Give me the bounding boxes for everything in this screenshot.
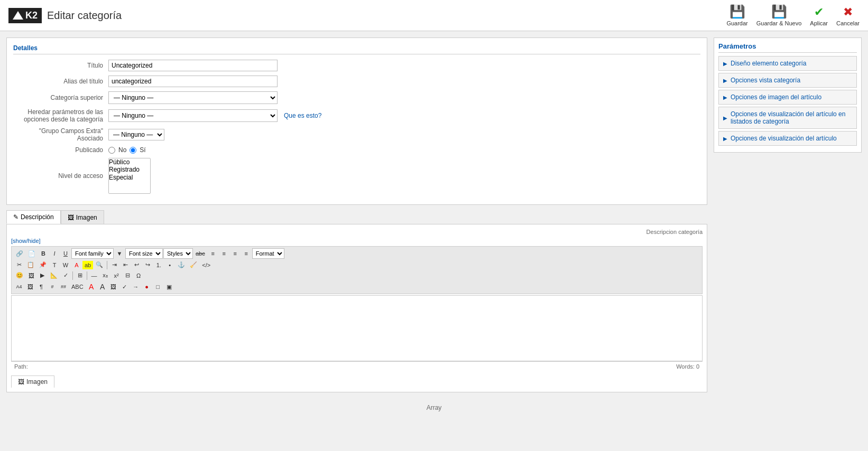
- tb-table-btn[interactable]: ⊞: [75, 271, 85, 280]
- tb-paste-btn[interactable]: 📌: [37, 260, 49, 269]
- nivel-acceso-listbox[interactable]: Público Registrado Especial: [108, 158, 151, 194]
- tb-check2-btn[interactable]: ✓: [119, 283, 130, 292]
- tb-bold-btn[interactable]: B: [38, 249, 49, 258]
- tb-italic-btn[interactable]: I: [49, 249, 60, 258]
- tb-arrow-btn[interactable]: →: [131, 283, 141, 291]
- tab-descripcion[interactable]: ✎ Descripción: [6, 210, 61, 224]
- tb-color2-btn[interactable]: ●: [142, 283, 152, 291]
- path-label: Path:: [14, 363, 28, 370]
- save-button[interactable]: 💾 Guardar: [726, 4, 747, 26]
- tb-highlight-btn[interactable]: ab: [82, 261, 93, 269]
- titulo-input[interactable]: [108, 60, 278, 71]
- tb-paste-word-btn[interactable]: W: [60, 261, 71, 269]
- styles-select[interactable]: Styles: [163, 248, 193, 259]
- tb-img-btn[interactable]: 🖼: [26, 271, 36, 280]
- tb-image3-btn[interactable]: 🖼: [108, 283, 119, 291]
- tb-spell2-btn[interactable]: ABC: [69, 283, 86, 291]
- cancel-button[interactable]: ✖ Cancelar: [836, 5, 860, 26]
- tab-imagen[interactable]: 🖼 Imagen: [61, 210, 104, 224]
- tb-paste-text-btn[interactable]: T: [49, 261, 60, 269]
- heredar-row: Heredar parámetros de las opciones desde…: [13, 108, 700, 123]
- tb-unordered-list-btn[interactable]: •: [164, 261, 175, 269]
- font-family-select[interactable]: Font family: [71, 248, 114, 259]
- tb-para-btn[interactable]: ¶: [36, 283, 47, 291]
- save-new-icon: 💾: [771, 4, 787, 19]
- tb-fontA2-btn[interactable]: A: [97, 281, 108, 292]
- tb-box2-btn[interactable]: ▣: [164, 283, 174, 292]
- param-item[interactable]: ▶Opciones de imagen del artículo: [718, 90, 857, 105]
- publicado-si-radio[interactable]: [130, 147, 136, 154]
- tb-sub-btn[interactable]: x₂: [100, 271, 110, 280]
- param-item[interactable]: ▶Opciones de visualización del artículo …: [718, 107, 857, 129]
- categoria-superior-label: Categoría superior: [13, 94, 108, 101]
- detalles-panel: Detalles Título Alias del título Categor…: [6, 37, 707, 205]
- editor-header: Descripcion categoría: [11, 229, 703, 235]
- tb-align-right-btn[interactable]: ≡: [230, 249, 241, 258]
- params-items: ▶Diseño elemento categoría▶Opciones vist…: [718, 56, 857, 146]
- tb-align-center-btn[interactable]: ≡: [219, 249, 229, 258]
- apply-button[interactable]: ✔ Aplicar: [810, 5, 828, 26]
- tb-redo-btn[interactable]: ↪: [142, 260, 153, 269]
- tb-media-btn[interactable]: ▶: [37, 271, 48, 280]
- tb-smiley-btn[interactable]: 😊: [14, 271, 25, 280]
- tb-anchor-btn[interactable]: ⚓: [176, 260, 187, 269]
- tb-grid-btn[interactable]: ⊟: [122, 271, 133, 280]
- tb-separator-1: [107, 261, 107, 269]
- tb-template-btn[interactable]: 📐: [48, 271, 60, 280]
- tb-underline-btn[interactable]: U: [60, 249, 71, 258]
- tb-omega-btn[interactable]: Ω: [133, 271, 144, 280]
- grupo-campos-label: "Grupo Campos Extra" Asociado: [13, 127, 108, 142]
- grupo-campos-select[interactable]: — Ninguno —: [108, 129, 164, 140]
- logo: K2: [8, 8, 42, 23]
- tb-outdent-btn[interactable]: ⇤: [120, 260, 131, 269]
- tb-hash2-btn[interactable]: ##: [58, 283, 69, 290]
- tb-fontA-btn[interactable]: A: [86, 281, 97, 292]
- tb-font-color-btn[interactable]: A: [71, 261, 82, 269]
- save-new-button[interactable]: 💾 Guardar & Nuevo: [756, 4, 802, 26]
- param-item[interactable]: ▶Diseño elemento categoría: [718, 56, 857, 71]
- tb-spellcheck-btn[interactable]: ✓: [60, 271, 71, 280]
- que-es-esto-link[interactable]: Que es esto?: [284, 112, 321, 119]
- editor-area: [11, 295, 703, 361]
- font-size-select[interactable]: Font size: [125, 248, 163, 259]
- editor-textarea[interactable]: [12, 296, 702, 359]
- param-item[interactable]: ▶Opciones vista categoría: [718, 73, 857, 88]
- tb-align-justify-btn[interactable]: ≡: [241, 249, 252, 258]
- tb-undo-btn[interactable]: ↩: [131, 260, 142, 269]
- tb-img2-btn[interactable]: 🖼: [25, 283, 35, 291]
- tb-a4-btn[interactable]: A4: [14, 283, 24, 290]
- tb-cleanup-btn[interactable]: 🧹: [188, 260, 199, 269]
- page-title: Editar categoría: [47, 10, 122, 22]
- categoria-superior-row: Categoría superior — Ninguno —: [13, 91, 700, 104]
- tb-ordered-list-btn[interactable]: 1.: [153, 261, 164, 269]
- alias-input[interactable]: [108, 76, 278, 87]
- tb-copy-btn[interactable]: 📋: [25, 260, 36, 269]
- tb-hr-btn[interactable]: —: [89, 271, 99, 280]
- tb-cut-btn[interactable]: ✂: [14, 260, 24, 269]
- tb-search-btn[interactable]: 🔍: [94, 260, 105, 269]
- tb-font-down[interactable]: ▼: [114, 249, 125, 258]
- tb-strikethrough-btn[interactable]: abc: [193, 249, 207, 258]
- tb-file-btn[interactable]: 📄: [26, 249, 38, 258]
- tb-link-btn[interactable]: 🔗: [14, 249, 25, 258]
- format-select[interactable]: Format: [252, 248, 284, 259]
- tb-separator-3: [87, 271, 87, 280]
- imagen-tab-btn[interactable]: 🖼 Imagen: [11, 375, 54, 388]
- tb-indent-btn[interactable]: ⇥: [109, 260, 119, 269]
- publicado-no-radio[interactable]: [108, 147, 115, 154]
- tb-sup-btn[interactable]: x²: [111, 271, 122, 280]
- showhide-toggle[interactable]: [show/hide]: [11, 238, 41, 244]
- apply-label: Aplicar: [810, 20, 828, 26]
- categoria-superior-select[interactable]: — Ninguno —: [108, 91, 278, 104]
- param-item[interactable]: ▶Opciones de visualización del artículo: [718, 131, 857, 146]
- editor-toolbar: 🔗 📄 B I U Font family ▼ Font size Styles: [11, 246, 703, 294]
- publicado-label: Publicado: [13, 146, 108, 154]
- descripcion-icon: ✎: [13, 213, 19, 221]
- tb-align-left-btn[interactable]: ≡: [208, 249, 218, 258]
- tabs-bar: ✎ Descripción 🖼 Imagen: [6, 210, 707, 224]
- tb-code-btn[interactable]: </>: [200, 261, 213, 269]
- tb-box1-btn[interactable]: □: [153, 283, 163, 291]
- tb-hash-btn[interactable]: #: [47, 283, 58, 290]
- editor-footer: Path: Words: 0: [11, 361, 703, 371]
- heredar-select[interactable]: — Ninguno —: [108, 109, 278, 122]
